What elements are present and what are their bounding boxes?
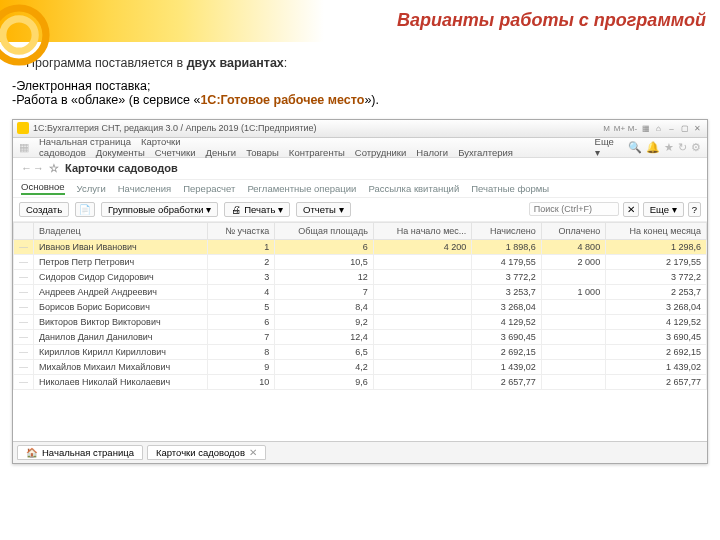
- table-row[interactable]: —Михайлов Михаил Михайлович94,21 439,021…: [14, 359, 707, 374]
- win-max-icon[interactable]: ▢: [679, 123, 690, 134]
- help-button[interactable]: ?: [688, 202, 701, 217]
- menu-item[interactable]: Товары: [246, 147, 279, 158]
- menu-item[interactable]: Бухгалтерия: [458, 147, 513, 158]
- menu-item[interactable]: Сотрудники: [355, 147, 406, 158]
- search-go-button[interactable]: ✕: [623, 202, 639, 217]
- col-header[interactable]: На конец месяца: [606, 222, 707, 239]
- group-ops-button[interactable]: Групповые обработки ▾: [101, 202, 218, 217]
- menu-item[interactable]: Счетчики: [155, 147, 196, 158]
- subtab[interactable]: Печатные формы: [471, 183, 549, 194]
- subtab[interactable]: Услуги: [77, 183, 106, 194]
- win-m2-icon[interactable]: M+: [614, 123, 625, 134]
- history-icon[interactable]: ↻: [678, 141, 687, 154]
- app-logo-icon: [17, 122, 29, 134]
- bottom-tab-home[interactable]: 🏠Начальная страница: [17, 445, 143, 460]
- subtab[interactable]: Регламентные операции: [247, 183, 356, 194]
- table-row[interactable]: —Сидоров Сидор Сидорович3123 772,23 772,…: [14, 269, 707, 284]
- close-tab-icon[interactable]: ✕: [249, 447, 257, 458]
- search-input[interactable]: [529, 202, 619, 216]
- col-header[interactable]: № участка: [207, 222, 274, 239]
- data-table: Владелец№ участкаОбщая площадьНа начало …: [13, 222, 707, 441]
- table-row[interactable]: —Иванов Иван Иванович164 2001 898,64 800…: [14, 239, 707, 254]
- grid-icon[interactable]: ▦: [19, 141, 29, 154]
- table-row[interactable]: —Борисов Борис Борисович58,43 268,043 26…: [14, 299, 707, 314]
- cloud-link[interactable]: 1С:Готовое рабочее место: [200, 93, 364, 107]
- menu-item[interactable]: Документы: [96, 147, 145, 158]
- win-m3-icon[interactable]: M-: [627, 123, 638, 134]
- menu-item[interactable]: Начальная страница: [39, 136, 131, 147]
- subtab[interactable]: Основное: [21, 181, 65, 195]
- more-button[interactable]: Еще ▾: [643, 202, 684, 217]
- bottom-tab-cards[interactable]: Карточки садоводов✕: [147, 445, 266, 460]
- logo-swirl-icon: [0, 0, 64, 80]
- menu-item[interactable]: Деньги: [205, 147, 236, 158]
- window-titlebar[interactable]: 1С:Бухгалтерия СНТ, редакция 3.0 / Апрел…: [13, 120, 707, 138]
- col-header[interactable]: Оплачено: [541, 222, 605, 239]
- search-icon[interactable]: 🔍: [628, 141, 642, 154]
- back-forward-icon[interactable]: ← →: [21, 162, 43, 174]
- bell-icon[interactable]: 🔔: [646, 141, 660, 154]
- window-controls: M M+ M- ▦ ⌂ – ▢ ✕: [601, 123, 703, 134]
- table-row[interactable]: —Викторов Виктор Викторович69,24 129,524…: [14, 314, 707, 329]
- print-button[interactable]: 🖨Печать ▾: [224, 202, 290, 217]
- svg-point-1: [3, 19, 35, 51]
- bullet-1: -Электронная поставка;: [12, 79, 694, 93]
- toolbar: Создать 📄 Групповые обработки ▾ 🖨Печать …: [13, 198, 707, 222]
- win-tool-icon[interactable]: ⌂: [653, 123, 664, 134]
- col-header[interactable]: На начало мес...: [373, 222, 472, 239]
- table-row[interactable]: —Кириллов Кирилл Кириллович86,52 692,152…: [14, 344, 707, 359]
- sub-tabs: ОсновноеУслугиНачисленияПерерасчетРеглам…: [13, 180, 707, 198]
- subtab[interactable]: Перерасчет: [183, 183, 235, 194]
- table-row[interactable]: —Данилов Данил Данилович712,43 690,453 6…: [14, 329, 707, 344]
- col-header[interactable]: Владелец: [34, 222, 208, 239]
- bullet-2: -Работа в «облаке» (в сервисе «1С:Готово…: [12, 93, 694, 107]
- create-button[interactable]: Создать: [19, 202, 69, 217]
- subtab[interactable]: Начисления: [118, 183, 171, 194]
- star-icon[interactable]: ★: [664, 141, 674, 154]
- breadcrumb: ← → ☆ Карточки садоводов: [13, 158, 707, 180]
- intro-strong: двух вариантах: [187, 56, 284, 70]
- slide-title: Варианты работы с программой: [397, 10, 706, 31]
- menu-more[interactable]: Еще ▾: [595, 136, 618, 158]
- intro-tail: :: [284, 56, 287, 70]
- menu-item[interactable]: Налоги: [416, 147, 448, 158]
- menu-item[interactable]: Контрагенты: [289, 147, 345, 158]
- bottom-tabs: 🏠Начальная страница Карточки садоводов✕: [13, 441, 707, 463]
- table-row[interactable]: —Андреев Андрей Андреевич473 253,71 0002…: [14, 284, 707, 299]
- table-row[interactable]: —Николаев Николай Николаевич109,62 657,7…: [14, 374, 707, 389]
- win-close-icon[interactable]: ✕: [692, 123, 703, 134]
- main-menu: ▦ Начальная страницаКарточки садоводовДо…: [13, 138, 707, 158]
- intro-text: Программа поставляется в двух вариантах:: [0, 42, 720, 79]
- win-grid-icon[interactable]: ▦: [640, 123, 651, 134]
- bullet-list: -Электронная поставка; -Работа в «облаке…: [0, 79, 720, 113]
- favorite-icon[interactable]: ☆: [49, 162, 59, 175]
- win-min-icon[interactable]: –: [666, 123, 677, 134]
- col-header[interactable]: Начислено: [472, 222, 541, 239]
- page-title: Карточки садоводов: [65, 162, 178, 174]
- gear-icon[interactable]: ⚙: [691, 141, 701, 154]
- win-m-icon[interactable]: M: [601, 123, 612, 134]
- window-title: 1С:Бухгалтерия СНТ, редакция 3.0 / Апрел…: [33, 123, 601, 133]
- col-header[interactable]: Общая площадь: [275, 222, 374, 239]
- copy-button[interactable]: 📄: [75, 202, 95, 217]
- subtab[interactable]: Рассылка квитанций: [368, 183, 459, 194]
- table-row[interactable]: —Петров Петр Петрович210,54 179,552 0002…: [14, 254, 707, 269]
- reports-button[interactable]: Отчеты ▾: [296, 202, 350, 217]
- app-window: 1С:Бухгалтерия СНТ, редакция 3.0 / Апрел…: [12, 119, 708, 464]
- slide-ribbon: Варианты работы с программой: [0, 0, 720, 42]
